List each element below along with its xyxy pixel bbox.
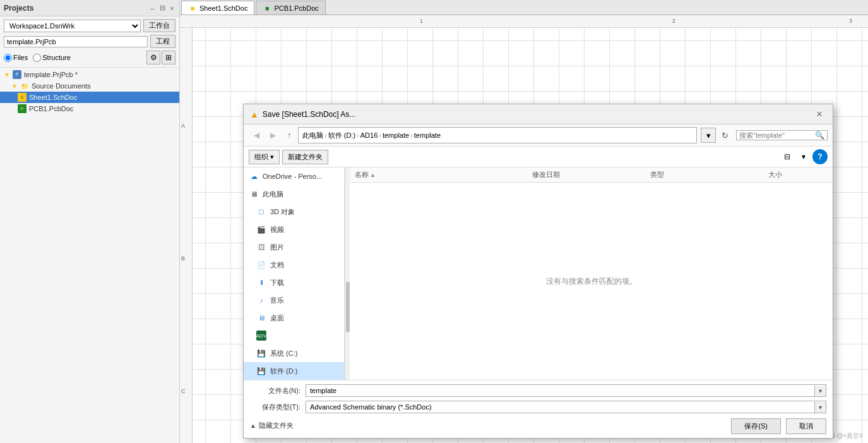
radio-group: Files Structure [4,54,71,62]
tab-label-sheet1: Sheet1.SchDoc [199,4,247,12]
breadcrumb-softd[interactable]: 软件 (D:) [328,131,355,140]
tree-item-source[interactable]: ▼ 📁 Source Documents [0,80,179,92]
nav-item-softd[interactable]: 💾 软件 (D:) [244,362,344,380]
breadcrumb-arrow-2: › [357,131,359,139]
help-button[interactable]: ? [812,149,828,164]
breadcrumb-dropdown-button[interactable]: ▾ [701,128,716,143]
expand-icon-root: ▼ [3,70,11,79]
nav-refresh-button[interactable]: ↻ [717,128,732,143]
nav-item-desktop[interactable]: 🖥 桌面 [244,309,344,327]
breadcrumb-ad16[interactable]: AD16 [360,131,378,139]
workspace-select[interactable]: Workspace1.DsnWrk [4,20,141,32]
nav-item-picture[interactable]: 🖼 图片 [244,238,344,256]
radio-files-label[interactable]: Files [4,54,28,62]
tab-sheet1[interactable]: ■ Sheet1.SchDoc [181,1,254,15]
nav-item-driveadv[interactable]: ADV [244,327,344,344]
dialog-title-icon: ▲ [250,109,259,119]
breadcrumb-thispc[interactable]: 此电脑 [302,131,323,140]
project-tree: ▼ P template.PrjPcb * ▼ 📁 Source Documen… [0,68,179,443]
icon-btn-1[interactable]: ⚙ [146,51,160,64]
pin-icon[interactable]: – [149,4,155,13]
sidebar-scrollbar[interactable] [345,167,350,380]
schematic-area: 1 2 3 A B C ▲ Save [ [180,15,868,443]
breadcrumb-label-ad16: AD16 [360,131,378,139]
3d-icon: ⬡ [256,207,266,217]
radio-structure[interactable] [33,54,41,62]
filetype-value: Advanced Schematic binary (*.SchDoc) [306,401,814,413]
icon-btn-2[interactable]: ⊞ [162,51,175,64]
nav-item-sysc[interactable]: 💾 系统 (C:) [244,344,344,362]
col-header-date[interactable]: 修改日期 [532,170,650,179]
proj-icon-root: P [13,70,21,79]
sort-icon: ▲ [370,172,376,178]
nav-up-button[interactable]: ↑ [282,128,297,143]
tree-item-pcb1[interactable]: P PCB1.PcbDoc [0,103,179,114]
hide-folder-row[interactable]: ▲ 隐藏文件夹 [250,420,294,432]
sidebar-nav: ☁ OneDrive - Perso... 🖥 此电脑 ⬡ 3D 对象 [244,167,345,380]
nav-item-document[interactable]: 📄 文档 [244,256,344,274]
sch-icon-sheet1: S [18,93,27,102]
filetype-input-container: Advanced Schematic binary (*.SchDoc) ▾ [306,401,826,413]
pc-icon: 🖥 [249,189,259,199]
tree-item-sheet1[interactable]: S Sheet1.SchDoc [0,92,179,103]
radio-files[interactable] [4,54,12,62]
nav-item-3d[interactable]: ⬡ 3D 对象 [244,203,344,221]
col-header-type[interactable]: 类型 [650,170,768,179]
nav-back-button[interactable]: ◀ [249,128,264,143]
view-btn-2[interactable]: ▾ [796,149,811,164]
breadcrumb-arrow-1: › [324,131,327,139]
softd-icon: 💾 [256,366,266,376]
tree-item-root[interactable]: ▼ P template.PrjPcb * [0,69,179,80]
nav-label-picture: 图片 [270,243,284,252]
breadcrumb-template1[interactable]: template [383,131,409,139]
cancel-button[interactable]: 取消 [786,418,826,434]
tab-pcb1[interactable]: ■ PCB1.PcbDoc [256,1,325,15]
folder-icon-source: 📁 [20,82,29,90]
save-button[interactable]: 保存(S) [731,418,781,434]
tab-icon-sheet1: ■ [188,4,197,13]
nav-search-input[interactable] [739,131,815,139]
cloud-icon: ☁ [249,171,259,181]
nav-item-onedrive[interactable]: ☁ OneDrive - Perso... [244,167,344,185]
panel-icon-buttons: ⚙ ⊞ [146,51,175,64]
col-header-name[interactable]: 名称 ▲ [355,170,532,179]
float-icon[interactable]: ⊟ [158,3,167,13]
desktop-icon: 🖥 [256,313,266,323]
workspace-button[interactable]: 工作台 [143,19,175,32]
tab-icon-pcb1: ■ [263,4,271,13]
nav-label-desktop: 桌面 [270,313,284,323]
save-dialog: ▲ Save [Sheet1.SchDoc] As... × ◀ ▶ ↑ 此电脑 [243,104,833,439]
nav-item-download[interactable]: ⬇ 下载 [244,274,344,291]
nav-label-music: 音乐 [270,296,284,305]
nav-item-thispc[interactable]: 🖥 此电脑 [244,185,344,203]
project-button[interactable]: 工程 [150,35,175,48]
nav-label-download: 下载 [270,278,284,288]
col-header-size[interactable]: 大小 [768,170,828,179]
view-btn-1[interactable]: ⊟ [780,149,795,164]
nav-forward-button[interactable]: ▶ [265,128,280,143]
file-list-container: ☁ OneDrive - Perso... 🖥 此电脑 ⬡ 3D 对象 [244,167,833,380]
nav-label-onedrive: OneDrive - Perso... [263,173,322,180]
panel-header: Projects – ⊟ × [0,0,179,16]
nav-item-video[interactable]: 🎬 视频 [244,221,344,238]
filename-dropdown-arrow[interactable]: ▾ [814,385,826,396]
new-folder-button[interactable]: 新建文件夹 [282,150,328,164]
panel-controls: Workspace1.DsnWrk 工作台 工程 Files Structure [0,16,179,68]
nav-label-softd: 软件 (D:) [270,367,297,376]
nav-item-music[interactable]: ♪ 音乐 [244,291,344,309]
file-table-header: 名称 ▲ 修改日期 类型 大小 [350,167,833,183]
action-buttons: 保存(S) 取消 [731,417,826,434]
breadcrumb-arrow-3: › [379,131,381,139]
close-panel-icon[interactable]: × [169,4,175,13]
music-icon: ♪ [256,295,266,305]
filename-input[interactable] [306,385,814,396]
filetype-dropdown-arrow[interactable]: ▾ [814,402,826,413]
radio-structure-label[interactable]: Structure [33,54,71,62]
driveadv-icon: ADV [256,331,266,341]
organize-button[interactable]: 组织 ▾ [249,150,280,164]
project-input[interactable] [4,36,148,47]
tree-label-root: template.PrjPcb * [24,71,78,78]
dialog-close-button[interactable]: × [812,107,826,121]
toolbar-row: 组织 ▾ 新建文件夹 ⊟ ▾ ? [244,147,833,167]
breadcrumb-template2[interactable]: template [414,131,441,139]
